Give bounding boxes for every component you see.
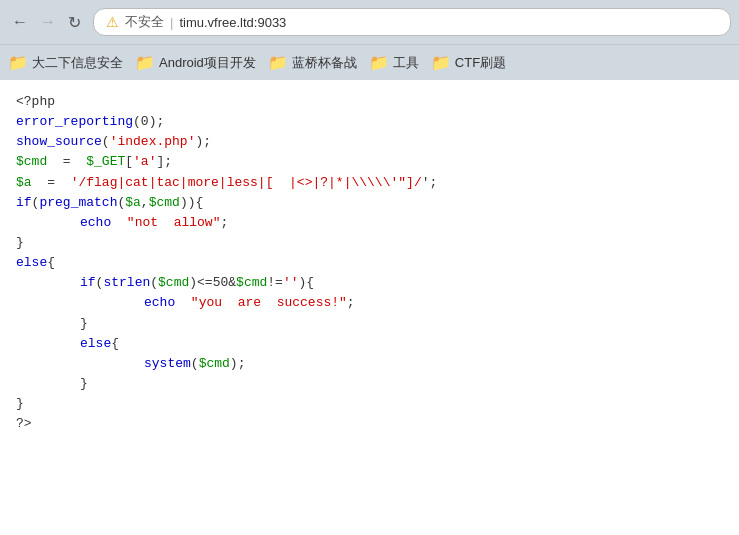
browser-chrome: ← → ↻ ⚠ 不安全 | timu.vfree.ltd:9033 — [0, 0, 739, 44]
separator: | — [170, 15, 173, 30]
code-area: <?php error_reporting(0); show_source('i… — [0, 80, 739, 535]
folder-icon-0: 📁 — [8, 53, 28, 72]
bookmark-item-2[interactable]: 📁 蓝桥杯备战 — [268, 53, 357, 72]
nav-buttons: ← → ↻ — [8, 11, 85, 34]
code-line-11: echo "you are success!"; — [16, 293, 723, 313]
bookmark-label-0: 大二下信息安全 — [32, 54, 123, 72]
forward-button[interactable]: → — [36, 11, 60, 33]
folder-icon-1: 📁 — [135, 53, 155, 72]
bookmarks-bar: 📁 大二下信息安全 📁 Android项目开发 📁 蓝桥杯备战 📁 工具 📁 C… — [0, 44, 739, 80]
code-line-17: ?> — [16, 414, 723, 434]
code-line-12: } — [16, 314, 723, 334]
url-text: timu.vfree.ltd:9033 — [179, 15, 286, 30]
code-line-10: if(strlen($cmd)<=50&$cmd!=''){ — [16, 273, 723, 293]
bookmark-item-3[interactable]: 📁 工具 — [369, 53, 419, 72]
code-line-1: <?php — [16, 92, 723, 112]
code-line-3: show_source('index.php'); — [16, 132, 723, 152]
code-line-2: error_reporting(0); — [16, 112, 723, 132]
code-line-9: else{ — [16, 253, 723, 273]
warning-icon: ⚠ — [106, 14, 119, 30]
bookmark-label-3: 工具 — [393, 54, 419, 72]
bookmark-item-4[interactable]: 📁 CTF刷题 — [431, 53, 506, 72]
bookmark-label-2: 蓝桥杯备战 — [292, 54, 357, 72]
code-line-16: } — [16, 394, 723, 414]
bookmark-label-4: CTF刷题 — [455, 54, 506, 72]
folder-icon-2: 📁 — [268, 53, 288, 72]
code-line-5: $a = '/flag|cat|tac|more|less|[ |<>|?|*|… — [16, 173, 723, 193]
code-line-14: system($cmd); — [16, 354, 723, 374]
code-line-13: else{ — [16, 334, 723, 354]
folder-icon-4: 📁 — [431, 53, 451, 72]
code-line-4: $cmd = $_GET['a']; — [16, 152, 723, 172]
bookmark-label-1: Android项目开发 — [159, 54, 256, 72]
refresh-button[interactable]: ↻ — [64, 11, 85, 34]
back-button[interactable]: ← — [8, 11, 32, 33]
code-line-6: if(preg_match($a,$cmd)){ — [16, 193, 723, 213]
insecure-label: 不安全 — [125, 13, 164, 31]
bookmark-item-1[interactable]: 📁 Android项目开发 — [135, 53, 256, 72]
folder-icon-3: 📁 — [369, 53, 389, 72]
code-line-8: } — [16, 233, 723, 253]
code-line-7: echo "not allow"; — [16, 213, 723, 233]
bookmark-item-0[interactable]: 📁 大二下信息安全 — [8, 53, 123, 72]
code-line-15: } — [16, 374, 723, 394]
address-bar[interactable]: ⚠ 不安全 | timu.vfree.ltd:9033 — [93, 8, 731, 36]
